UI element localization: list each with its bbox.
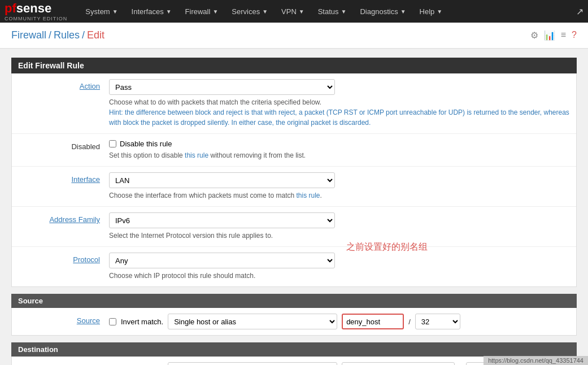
nav-diagnostics[interactable]: Diagnostics ▼ [353,0,412,23]
source-slash: / [408,318,411,326]
source-form-table: Source Invert match. Single host or alia… [11,308,577,336]
disabled-help-link[interactable]: this rule [185,151,208,159]
action-label: Action [19,79,109,90]
nav-system[interactable]: System ▼ [79,0,124,23]
url-text: https://blog.csdn.net/qq_43351744 [488,357,583,364]
url-bar: https://blog.csdn.net/qq_43351744 [484,356,588,365]
nav-vpn[interactable]: VPN ▼ [275,0,311,23]
nav-items: System ▼ Interfaces ▼ Firewall ▼ Service… [79,0,576,23]
breadcrumb-edit: Edit [87,29,104,41]
disabled-label: Disabled [19,140,109,151]
section-title: Edit Firewall Rule [18,61,84,70]
section-header: Edit Firewall Rule [11,58,577,73]
annotation-text: 之前设置好的别名组 [346,241,428,253]
breadcrumb-icons: ⚙ 📊 ≡ ? [530,30,577,41]
action-content: Pass Block Reject Choose what to do with… [109,79,569,128]
disabled-help-text: Set this option to disable this rule wit… [109,151,306,159]
address-family-label: Address Family [19,212,109,224]
breadcrumb-rules[interactable]: Rules [54,29,80,41]
interface-help: Choose the interface from which packets … [109,190,569,201]
source-mask-select[interactable]: 32 24 16 8 [415,314,460,329]
protocol-label: Protocol [19,253,109,264]
interface-select[interactable]: LAN WAN [109,172,335,188]
settings-icon[interactable]: ⚙ [530,30,538,41]
source-field-content: Invert match. Single host or alias Netwo… [109,314,569,329]
status-arrow: ▼ [341,8,347,15]
action-select[interactable]: Pass Block Reject [109,79,335,95]
external-link-icon[interactable]: ↗ [576,6,583,17]
source-type-select[interactable]: Single host or alias Network any LAN net… [168,314,337,329]
system-arrow: ▼ [112,8,118,15]
interface-row: Interface LAN WAN Choose the interface f… [12,167,576,207]
source-invert-label: Invert match. [121,318,163,326]
protocol-row: Protocol Any TCP UDP ICMP 之前设置好的别名组 Choo… [12,247,576,286]
disabled-help: Set this option to disable this rule wit… [109,150,569,160]
nav-status[interactable]: Status ▼ [311,0,354,23]
interface-help-link[interactable]: this rule [296,192,320,199]
logo-sense: sense [16,1,51,16]
disabled-checkbox-label: Disable this rule [120,140,172,148]
nav-interfaces[interactable]: Interfaces ▼ [125,0,178,23]
address-family-help: Select the Internet Protocol version thi… [109,231,569,241]
help-arrow: ▼ [437,8,442,15]
protocol-help: Choose which IP protocol this rule shoul… [109,271,569,281]
source-controls: Invert match. Single host or alias Netwo… [109,314,569,329]
address-family-help-text: Select the Internet Protocol version thi… [109,232,273,240]
nav-help[interactable]: Help ▼ [413,0,450,23]
protocol-help-text: Choose which IP protocol this rule shoul… [109,272,255,280]
breadcrumb-sep-1: / [49,29,51,41]
action-row: Action Pass Block Reject Choose what to … [12,73,576,134]
disabled-content: Disable this rule Set this option to dis… [109,140,569,160]
address-family-select[interactable]: IPv4 IPv6 IPv4+IPv6 [109,212,335,228]
logo-pf: pf [5,1,16,16]
source-field-label: Source [19,314,109,325]
protocol-link[interactable]: Protocol [73,255,100,264]
chart-icon[interactable]: 📊 [544,30,555,41]
destination-section-header: Destination [11,342,577,357]
form-table: Action Pass Block Reject Choose what to … [11,73,577,287]
action-help-hint: Hint: the difference between block and r… [109,108,569,127]
firewall-arrow: ▼ [212,8,218,15]
action-help-main: Choose what to do with packets that matc… [109,98,321,106]
logo-ce: COMMUNITY EDITION [5,16,67,21]
services-arrow: ▼ [262,8,268,15]
breadcrumb-sep-2: / [82,29,85,41]
protocol-select[interactable]: Any TCP UDP ICMP [109,253,335,268]
destination-type-select[interactable]: any Single host or alias Network LAN net… [168,362,337,365]
address-family-row: Address Family IPv4 IPv6 IPv4+IPv6 Selec… [12,207,576,247]
disabled-label-text: Disabled [71,142,100,151]
address-family-link[interactable]: Address Family [49,215,100,224]
breadcrumb: Firewall / Rules / Edit [11,29,104,41]
disabled-checkbox[interactable] [109,140,116,147]
disabled-row: Disabled Disable this rule Set this opti… [12,134,576,167]
list-icon[interactable]: ≡ [561,30,566,41]
action-help: Choose what to do with packets that matc… [109,97,569,128]
source-section-header: Source [11,294,577,308]
source-invert-checkbox[interactable] [109,318,116,325]
nav-services[interactable]: Services ▼ [225,0,275,23]
interface-help-text: Choose the interface from which packets … [109,192,322,199]
source-link[interactable]: Source [77,316,100,325]
help-icon[interactable]: ? [572,30,577,41]
interface-content: LAN WAN Choose the interface from which … [109,172,569,201]
breadcrumb-bar: Firewall / Rules / Edit ⚙ 📊 ≡ ? [0,23,588,49]
diagnostics-arrow: ▼ [400,8,406,15]
source-row: Source Invert match. Single host or alia… [12,308,576,335]
disabled-checkbox-row: Disable this rule [109,140,569,148]
destination-address-input[interactable] [342,362,455,365]
source-address-input[interactable] [342,314,404,329]
interface-link[interactable]: Interface [71,175,100,184]
breadcrumb-firewall[interactable]: Firewall [11,29,46,41]
address-family-content: IPv4 IPv6 IPv4+IPv6 Select the Internet … [109,212,569,241]
interfaces-arrow: ▼ [166,8,172,15]
source-title: Source [18,297,43,305]
vpn-arrow: ▼ [299,8,304,15]
destination-title: Destination [18,345,58,354]
protocol-content: Any TCP UDP ICMP 之前设置好的别名组 Choose which … [109,253,569,281]
nav-firewall[interactable]: Firewall ▼ [178,0,225,23]
main-content: Edit Firewall Rule Action Pass Block Rej… [0,49,588,365]
topnav: pfsense COMMUNITY EDITION System ▼ Inter… [0,0,588,23]
interface-label: Interface [19,172,109,184]
logo: pfsense COMMUNITY EDITION [5,1,67,21]
action-link[interactable]: Action [80,82,100,90]
